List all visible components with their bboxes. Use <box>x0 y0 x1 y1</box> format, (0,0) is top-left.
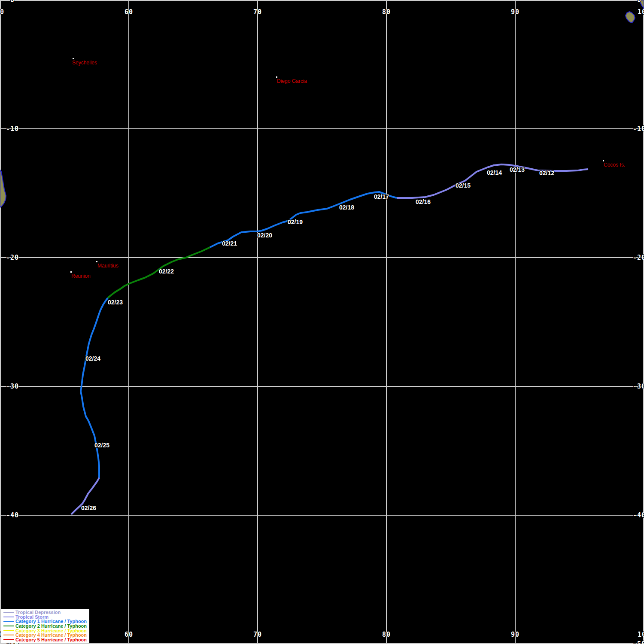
legend-label: Category 3 Hurricane / Typhoon <box>15 629 87 633</box>
place-label: Reunion <box>71 273 91 279</box>
track-date-label: 02/15 <box>456 182 471 189</box>
legend-item: Category 4 Hurricane / Typhoon <box>3 633 89 638</box>
track-date-label: 02/14 <box>487 169 502 176</box>
lon-tick-label-bottom: 100 <box>638 631 644 638</box>
legend-label: Category 1 Hurricane / Typhoon <box>15 619 87 623</box>
track-date-label: 02/23 <box>108 299 123 306</box>
lat-tick-label-left: -10 <box>6 125 19 133</box>
lat-tick-label-right: -30 <box>633 383 644 390</box>
legend-swatch-cat3 <box>3 630 14 631</box>
legend-label: Category 5 Hurricane / Typhoon <box>15 638 87 642</box>
legend-swatch-cat4 <box>3 635 14 635</box>
lon-tick-label-bottom: 90 <box>511 631 519 638</box>
legend-swatch-td <box>3 612 14 613</box>
track-date-label: 02/17 <box>374 193 389 200</box>
lon-tick-label-top: 90 <box>511 8 519 16</box>
lon-tick-label-top: 70 <box>253 8 262 16</box>
track-date-label: 02/26 <box>81 504 96 511</box>
legend-item: Category 5 Hurricane / Typhoon <box>3 638 89 642</box>
track-date-label: 02/19 <box>288 219 303 225</box>
lat-tick-label-right: -20 <box>633 254 644 261</box>
legend-item: Tropical Depression <box>3 610 89 615</box>
storm-track-map: 506070809010050607080901000-10-20-30-40-… <box>0 0 644 644</box>
lat-tick-label-left: -40 <box>6 511 19 519</box>
track-date-label: 02/20 <box>257 232 272 239</box>
legend-label: Tropical Depression <box>15 610 61 614</box>
track-date-label: 02/16 <box>416 198 431 205</box>
storm-category-legend: Tropical DepressionTropical StormCategor… <box>1 609 89 643</box>
place-label: Seychelles <box>72 60 97 66</box>
lon-tick-label-top: 50 <box>0 8 4 16</box>
track-date-label: 02/12 <box>539 170 554 176</box>
lon-tick-label-bottom: 70 <box>253 631 262 638</box>
track-date-label: 02/18 <box>339 204 354 211</box>
lat-tick-label-left: -20 <box>6 254 19 261</box>
legend-label: Category 4 Hurricane / Typhoon <box>15 633 87 637</box>
legend-swatch-cat2 <box>3 626 14 626</box>
lon-tick-label-top: 80 <box>382 8 391 16</box>
lon-tick-label-top: 100 <box>638 8 644 16</box>
lat-tick-label-left: 0 <box>10 0 15 4</box>
lon-tick-label-top: 60 <box>125 8 133 16</box>
lat-tick-label-right: -50 <box>633 640 644 644</box>
legend-label: Category 2 Hurricane / Typhoon <box>15 624 87 628</box>
place-label: Cocos Is. <box>604 162 625 168</box>
place-label: Mauritius <box>97 263 118 269</box>
map-label-layer: 506070809010050607080901000-10-20-30-40-… <box>0 0 644 644</box>
track-date-label: 02/13 <box>510 166 525 173</box>
track-date-label: 02/25 <box>94 442 109 449</box>
lat-tick-label-right: 0 <box>637 0 641 4</box>
legend-swatch-cat5 <box>3 639 14 640</box>
lat-tick-label-right: -40 <box>633 511 644 519</box>
track-date-label: 02/22 <box>159 268 174 275</box>
track-date-label: 02/21 <box>222 240 237 247</box>
lon-tick-label-bottom: 60 <box>125 631 133 638</box>
legend-swatch-cat1 <box>3 621 14 622</box>
track-date-label: 02/24 <box>85 355 100 362</box>
legend-item: Category 2 Hurricane / Typhoon <box>3 624 89 629</box>
place-label: Diego Garcia <box>277 78 307 84</box>
lat-tick-label-right: -10 <box>633 125 644 133</box>
legend-label: Tropical Storm <box>15 615 49 619</box>
legend-swatch-ts <box>3 617 14 617</box>
lon-tick-label-bottom: 80 <box>382 631 391 638</box>
lat-tick-label-left: -30 <box>6 383 19 390</box>
